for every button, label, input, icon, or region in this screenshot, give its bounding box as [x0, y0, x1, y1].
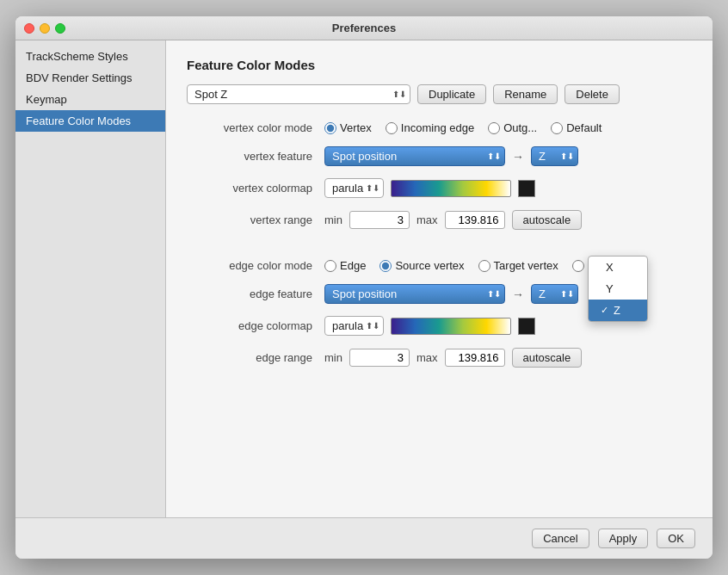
vertex-max-label: max	[416, 213, 438, 226]
edge-min-label: min	[324, 351, 342, 364]
vertex-feature-select[interactable]: Spot position	[324, 146, 505, 166]
sidebar-item-trackscheme-styles[interactable]: TrackScheme Styles	[15, 46, 165, 67]
edge-colormap-select-wrapper: parula ⬆⬇	[324, 316, 384, 336]
cancel-button[interactable]: Cancel	[532, 529, 589, 548]
main-panel: Feature Color Modes Spot Z ⬆⬇ Duplicate …	[166, 40, 713, 517]
page-title: Feature Color Modes	[187, 58, 692, 72]
vertex-mode-incoming[interactable]: Incoming edge	[386, 121, 474, 134]
vertex-range-label: vertex range	[187, 213, 324, 226]
titlebar: Preferences	[15, 16, 713, 40]
ok-button[interactable]: OK	[657, 529, 695, 548]
edge-colormap-black[interactable]	[518, 318, 535, 335]
vertex-mode-default[interactable]: Default	[551, 121, 602, 134]
apply-button[interactable]: Apply	[598, 529, 649, 548]
sidebar-item-bdv-render-settings[interactable]: BDV Render Settings	[15, 67, 165, 89]
vertex-max-input[interactable]	[445, 211, 505, 229]
delete-button[interactable]: Delete	[565, 84, 620, 104]
edge-range-label: edge range	[187, 351, 324, 364]
vertex-feature-row: vertex feature Spot position ⬆⬇ → Z ⬆⬇	[187, 146, 692, 166]
vertex-feature-label: vertex feature	[187, 150, 324, 163]
vertex-colormap-label: vertex colormap	[187, 182, 324, 195]
vertex-colormap-select[interactable]: parula	[324, 178, 384, 198]
vertex-radio-incoming[interactable]	[386, 122, 398, 134]
vertex-color-mode-row: vertex color mode Vertex Incoming edge O…	[187, 121, 692, 134]
edge-mode-edge[interactable]: Edge	[324, 259, 366, 272]
vertex-component-select-wrapper: Z ⬆⬇	[531, 146, 578, 166]
preferences-window: Preferences TrackScheme Styles BDV Rende…	[15, 16, 713, 559]
edge-feature-select-wrapper: Spot position ⬆⬇	[324, 284, 505, 304]
vertex-range-row: vertex range min max autoscale	[187, 210, 692, 230]
sidebar: TrackScheme Styles BDV Render Settings K…	[15, 40, 166, 517]
vertex-feature-select-wrapper: Spot position ⬆⬇	[324, 146, 505, 166]
edge-colormap-select[interactable]: parula	[324, 316, 384, 336]
edge-feature-select[interactable]: Spot position	[324, 284, 505, 304]
minimize-button[interactable]	[40, 23, 50, 34]
vertex-radio-incoming-label: Incoming edge	[401, 121, 474, 134]
edge-arrow: →	[512, 288, 524, 301]
traffic-lights	[24, 23, 65, 34]
vertex-radio-outgoing[interactable]	[488, 122, 500, 134]
vertex-feature-controls: Spot position ⬆⬇ → Z ⬆⬇	[324, 146, 578, 166]
vertex-component-select[interactable]: Z	[531, 146, 578, 166]
edge-radio-edge-label: Edge	[340, 259, 366, 272]
dropdown-item-z[interactable]: ✓ Z	[589, 300, 647, 321]
edge-color-mode-options: Edge Source vertex Target vertex Default	[324, 259, 623, 272]
dropdown-item-x[interactable]: X	[589, 257, 647, 278]
footer: Cancel Apply OK	[15, 517, 713, 559]
close-button[interactable]	[24, 23, 34, 34]
edge-max-label: max	[416, 351, 438, 364]
edge-mode-target[interactable]: Target vertex	[478, 259, 558, 272]
vertex-color-mode-label: vertex color mode	[187, 121, 324, 134]
vertex-colormap-select-wrapper: parula ⬆⬇	[324, 178, 384, 198]
preset-select[interactable]: Spot Z	[187, 84, 410, 104]
edge-range-row: edge range min max autoscale	[187, 348, 692, 368]
vertex-colormap-row: vertex colormap parula ⬆⬇	[187, 178, 692, 198]
vertex-range-controls: min max autoscale	[324, 210, 582, 230]
edge-autoscale-button[interactable]: autoscale	[512, 348, 583, 368]
edge-component-select[interactable]: Z	[531, 284, 578, 304]
edge-range-controls: min max autoscale	[324, 348, 582, 368]
rename-button[interactable]: Rename	[493, 84, 558, 104]
vertex-autoscale-button[interactable]: autoscale	[512, 210, 583, 230]
sidebar-item-feature-color-modes[interactable]: Feature Color Modes	[15, 110, 165, 132]
edge-feature-controls: Spot position ⬆⬇ → Z ⬆⬇	[324, 284, 578, 304]
vertex-min-input[interactable]	[349, 211, 410, 229]
name-row: Spot Z ⬆⬇ Duplicate Rename Delete	[187, 84, 692, 104]
edge-colormap-gradient[interactable]	[391, 318, 511, 335]
window-title: Preferences	[332, 22, 396, 34]
component-dropdown-popup: X Y ✓ Z	[588, 256, 648, 322]
vertex-feature-arrow: →	[512, 150, 524, 164]
edge-radio-target[interactable]	[478, 260, 490, 272]
vertex-colormap-black[interactable]	[518, 180, 535, 197]
vertex-radio-vertex-label: Vertex	[340, 121, 372, 134]
maximize-button[interactable]	[55, 23, 65, 34]
edge-min-input[interactable]	[349, 349, 410, 367]
duplicate-button[interactable]: Duplicate	[417, 84, 486, 104]
edge-max-input[interactable]	[445, 349, 505, 367]
vertex-radio-outgoing-label: Outg...	[503, 121, 537, 134]
vertex-color-mode-options: Vertex Incoming edge Outg... Default	[324, 121, 602, 134]
edge-color-mode-label: edge color mode	[187, 259, 324, 272]
vertex-mode-outgoing[interactable]: Outg...	[488, 121, 537, 134]
vertex-min-label: min	[324, 213, 342, 226]
edge-colormap-controls: parula ⬆⬇	[324, 316, 535, 336]
window-content: TrackScheme Styles BDV Render Settings K…	[15, 40, 713, 517]
vertex-mode-vertex[interactable]: Vertex	[324, 121, 372, 134]
edge-radio-target-label: Target vertex	[494, 259, 558, 272]
vertex-colormap-controls: parula ⬆⬇	[324, 178, 535, 198]
edge-radio-source-label: Source vertex	[395, 259, 464, 272]
edge-radio-default[interactable]	[572, 260, 584, 272]
edge-feature-label: edge feature	[187, 288, 324, 300]
vertex-radio-default[interactable]	[551, 122, 563, 134]
vertex-radio-vertex[interactable]	[324, 122, 336, 134]
edge-mode-source[interactable]: Source vertex	[379, 259, 464, 272]
dropdown-item-y[interactable]: Y	[589, 278, 647, 300]
sidebar-item-keymap[interactable]: Keymap	[15, 89, 165, 110]
edge-radio-edge[interactable]	[324, 260, 336, 272]
spot-z-select-wrapper: Spot Z ⬆⬇	[187, 84, 410, 104]
vertex-colormap-gradient[interactable]	[391, 180, 511, 197]
vertex-radio-default-label: Default	[566, 121, 602, 134]
edge-component-select-wrapper: Z ⬆⬇	[531, 284, 578, 304]
edge-colormap-label: edge colormap	[187, 319, 324, 332]
edge-radio-source[interactable]	[379, 260, 392, 272]
